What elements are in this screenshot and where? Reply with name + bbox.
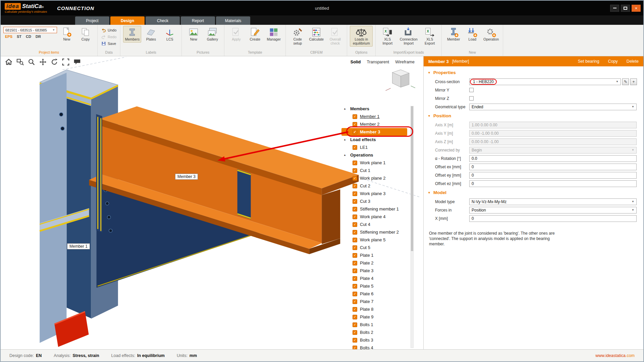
overall-check-button[interactable]: Overall check	[326, 26, 344, 47]
tree-item-cut-4[interactable]: ✓Cut 4	[341, 221, 407, 228]
home-view-button[interactable]	[4, 58, 13, 66]
checkbox-checked-icon[interactable]: ✓	[353, 215, 357, 219]
pan-button[interactable]	[38, 58, 48, 66]
collapse-icon[interactable]: ▲	[343, 138, 346, 141]
checkbox-checked-icon[interactable]: ✓	[353, 199, 357, 204]
tree-item-plate-8[interactable]: ✓Plate 8	[341, 305, 407, 313]
view-mode-wireframe[interactable]: Wireframe	[395, 60, 415, 64]
copy-project-item-button[interactable]: Copy	[76, 26, 95, 43]
stiffener-plate[interactable]	[237, 169, 251, 219]
tree-item-plate-1[interactable]: ✓Plate 1	[341, 251, 407, 259]
tab-materials[interactable]: Materials	[216, 16, 250, 25]
tree-item-work-plane-2[interactable]: ✓Work plane 2	[341, 174, 407, 182]
checkbox-checked-icon[interactable]: ✓	[353, 268, 357, 273]
tree-scrollbar[interactable]	[411, 106, 414, 348]
tree-item-stiffening-member-2[interactable]: ✓Stiffening member 2	[341, 228, 407, 236]
mirror-z-checkbox[interactable]	[469, 96, 474, 101]
collapse-icon[interactable]: ▲	[343, 107, 346, 110]
view-mode-solid[interactable]: Solid	[351, 60, 361, 64]
tab-project[interactable]: Project	[75, 16, 109, 25]
tab-design[interactable]: Design	[110, 16, 145, 25]
tree-item-le1[interactable]: ✓LE1	[341, 143, 407, 151]
tree-item-plate-4[interactable]: ✓Plate 4	[341, 275, 407, 282]
collapse-icon[interactable]: ▼	[428, 114, 431, 118]
property-value-x-mm[interactable]: 0	[469, 215, 637, 222]
mode-dr[interactable]: DR	[36, 35, 41, 39]
checkbox-checked-icon[interactable]: ✓	[353, 315, 357, 319]
edit-cross-section-button[interactable]: ✎	[622, 78, 629, 85]
tree-item-bolts-3[interactable]: ✓Bolts 3	[341, 336, 407, 344]
tree-section-operations[interactable]: ▲Operations	[341, 151, 415, 159]
redo-button[interactable]: Redo	[100, 34, 117, 40]
mode-st[interactable]: ST	[17, 35, 21, 39]
collapse-icon[interactable]: ▼	[428, 71, 431, 74]
checkbox-checked-icon[interactable]: ✓	[353, 276, 357, 281]
new-operation-button[interactable]: Operation	[482, 26, 500, 43]
tree-item-cut-1[interactable]: ✓Cut 1	[341, 167, 407, 174]
mirror-y-checkbox[interactable]	[469, 88, 474, 92]
maximize-button[interactable]	[621, 5, 630, 12]
property-value-model-type[interactable]: N-Vy-Vz-Mx-My-Mz▼	[469, 198, 637, 205]
checkbox-checked-icon[interactable]: ✓	[353, 145, 357, 150]
section-properties[interactable]: ▼ Properties	[424, 68, 643, 77]
tree-item-work-plane-1[interactable]: ✓Work plane 1	[341, 159, 407, 167]
checkbox-checked-icon[interactable]: ✓	[353, 191, 357, 196]
labels-plates-button[interactable]: Plates	[142, 26, 160, 43]
mode-eps[interactable]: EPS	[5, 35, 12, 39]
property-value-forces-in[interactable]: Position▼	[469, 207, 637, 214]
labels-toggle-button[interactable]	[72, 58, 82, 66]
checkbox-checked-icon[interactable]: ✓	[353, 184, 357, 188]
xls-export-button[interactable]: X XLS Export	[421, 26, 439, 47]
tab-report[interactable]: Report	[181, 16, 215, 25]
checkbox-checked-icon[interactable]: ✓	[353, 168, 357, 173]
tree-item-plate-6[interactable]: ✓Plate 6	[341, 290, 407, 298]
loads-in-equilibrium-button[interactable]: Loads in equilibrium	[350, 26, 373, 47]
picture-gallery-button[interactable]: Gallery	[203, 26, 221, 43]
checkbox-checked-icon[interactable]: ✓	[353, 338, 357, 343]
3d-viewport[interactable]: Solid Transparent Wireframe Member 3 Mem…	[1, 56, 423, 349]
zoom-window-button[interactable]	[15, 58, 25, 66]
checkbox-checked-icon[interactable]: ✓	[353, 346, 357, 350]
close-button[interactable]: ×	[632, 5, 641, 12]
tree-item-work-plane-4[interactable]: ✓Work plane 4	[341, 213, 407, 221]
view-mode-transparent[interactable]: Transparent	[367, 60, 389, 64]
project-item-selector[interactable]: 681501 - 683515 - 683985 ▼	[3, 27, 57, 33]
checkbox-checked-icon[interactable]: ✓	[353, 330, 357, 335]
checkbox-checked-icon[interactable]: ✓	[353, 307, 357, 312]
checkbox-checked-icon[interactable]: ✓	[353, 299, 357, 304]
tree-item-bolts-2[interactable]: ✓Bolts 2	[341, 328, 407, 336]
tree-section-members[interactable]: ▲Members	[341, 105, 415, 113]
zoom-button[interactable]	[27, 58, 36, 66]
section-model[interactable]: ▼ Model	[424, 188, 643, 197]
section-position[interactable]: ▼ Position	[424, 111, 643, 121]
checkbox-checked-icon[interactable]: ✓	[353, 114, 357, 119]
tree-item-member-1[interactable]: ✓Member 1	[341, 113, 407, 120]
zoom-fit-button[interactable]	[61, 58, 70, 66]
labels-members-button[interactable]: Members	[123, 26, 141, 43]
cross-section-dropdown[interactable]: 1 - HEB220 ▼	[469, 78, 621, 85]
tree-item-plate-5[interactable]: ✓Plate 5	[341, 282, 407, 290]
tree-item-cut-2[interactable]: ✓Cut 2	[341, 182, 407, 190]
tree-item-plate-9[interactable]: ✓Plate 9	[341, 313, 407, 321]
new-load-button[interactable]: Load	[463, 26, 481, 43]
checkbox-checked-icon[interactable]: ✓	[353, 284, 357, 289]
checkbox-checked-icon[interactable]: ✓	[353, 176, 357, 181]
mode-cd[interactable]: CD	[26, 35, 31, 39]
tree-item-stiffening-member-1[interactable]: ✓Stiffening member 1	[341, 205, 407, 213]
property-value-offset-ez-mm[interactable]: 0	[469, 180, 637, 187]
checkbox-checked-icon[interactable]: ✓	[353, 253, 357, 258]
website-link[interactable]: www.ideastatica.com	[595, 353, 635, 358]
scrollbar-thumb[interactable]	[411, 106, 413, 251]
property-value-offset-ey-mm[interactable]: 0	[469, 172, 637, 179]
checkbox-checked-icon[interactable]: ✓	[353, 130, 357, 134]
tree-item-cut-3[interactable]: ✓Cut 3	[341, 197, 407, 205]
tree-item-plate-7[interactable]: ✓Plate 7	[341, 298, 407, 305]
copy-member-button[interactable]: Copy	[608, 59, 618, 64]
new-project-item-button[interactable]: New	[58, 26, 76, 43]
checkbox-checked-icon[interactable]: ✓	[353, 161, 357, 165]
tree-item-plate-2[interactable]: ✓Plate 2	[341, 259, 407, 267]
calculate-button[interactable]: Calculate	[307, 26, 325, 43]
tree-item-work-plane-3[interactable]: ✓Work plane 3	[341, 190, 407, 197]
tab-check[interactable]: Check	[146, 16, 180, 25]
picture-new-button[interactable]: New	[184, 26, 203, 43]
